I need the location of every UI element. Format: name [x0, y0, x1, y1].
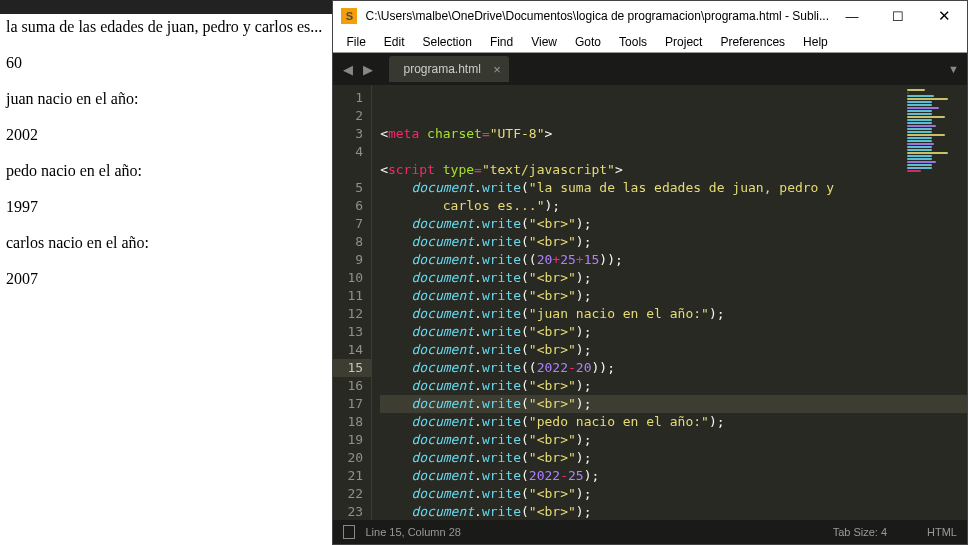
minimap-line [907, 101, 932, 103]
nav-forward-icon[interactable]: ▶ [359, 60, 377, 78]
minimap[interactable] [903, 89, 949, 209]
line-number: 5 [347, 179, 363, 197]
tabbar: ◀ ▶ programa.html × ▼ [333, 53, 967, 85]
tab-dropdown-icon[interactable]: ▼ [948, 63, 959, 75]
line-number: 7 [347, 215, 363, 233]
menu-item[interactable]: View [522, 33, 566, 51]
code-line[interactable]: document.write((2022-20)); [380, 359, 967, 377]
line-number: 21 [347, 467, 363, 485]
menu-item[interactable]: Project [656, 33, 711, 51]
minimap-line [907, 113, 932, 115]
code-line[interactable]: document.write("<br>"); [380, 449, 967, 467]
line-number: 23 [347, 503, 363, 520]
code-line[interactable]: document.write("<br>"); [380, 215, 967, 233]
menu-item[interactable]: Tools [610, 33, 656, 51]
tab-file[interactable]: programa.html × [389, 56, 508, 82]
menu-item[interactable]: Help [794, 33, 837, 51]
code-line[interactable]: document.write(2022-25); [380, 467, 967, 485]
code-line[interactable]: carlos es..."); [380, 197, 967, 215]
browser-line: juan nacio en el año: [6, 90, 326, 108]
minimap-line [907, 128, 932, 130]
minimap-line [907, 149, 932, 151]
minimap-line [907, 92, 909, 94]
code-line[interactable]: document.write("pedo nacio en el año:"); [380, 413, 967, 431]
minimap-line [907, 125, 936, 127]
code-line[interactable]: document.write((20+25+15)); [380, 251, 967, 269]
line-number: 20 [347, 449, 363, 467]
minimap-line [907, 134, 945, 136]
line-number: 2 [347, 107, 363, 125]
document-icon [343, 525, 355, 539]
menu-item[interactable]: Goto [566, 33, 610, 51]
browser-line: pedo nacio en el año: [6, 162, 326, 180]
code-line[interactable]: document.write("<br>"); [380, 485, 967, 503]
tab-close-icon[interactable]: × [493, 62, 501, 77]
code-line[interactable]: <meta charset="UTF-8"> [380, 125, 967, 143]
code-line[interactable]: document.write("<br>"); [380, 377, 967, 395]
code-line[interactable]: document.write("<br>"); [380, 233, 967, 251]
code-line[interactable]: document.write("<br>"); [380, 287, 967, 305]
line-number: 11 [347, 287, 363, 305]
minimap-line [907, 110, 932, 112]
minimap-line [907, 137, 932, 139]
browser-line [6, 108, 326, 126]
minimap-line [907, 155, 932, 157]
nav-back-icon[interactable]: ◀ [339, 60, 357, 78]
line-number: 8 [347, 233, 363, 251]
code-line[interactable]: document.write("<br>"); [380, 431, 967, 449]
code-line[interactable]: document.write("<br>"); [380, 503, 967, 520]
browser-line [6, 180, 326, 198]
minimize-button[interactable]: — [829, 1, 875, 31]
minimap-line [907, 131, 932, 133]
menu-item[interactable]: Find [481, 33, 522, 51]
maximize-button[interactable]: ☐ [875, 1, 921, 31]
line-number: 6 [347, 197, 363, 215]
line-number: 10 [347, 269, 363, 287]
line-number: 4 [347, 143, 363, 161]
minimap-line [907, 95, 934, 97]
line-number: 9 [347, 251, 363, 269]
browser-line: 2002 [6, 126, 326, 144]
tab-label: programa.html [403, 62, 480, 76]
editor-area[interactable]: 1234567891011121314151617181920212223 <m… [333, 85, 967, 520]
minimap-line [907, 122, 932, 124]
line-number: 22 [347, 485, 363, 503]
code-line[interactable]: document.write("<br>"); [380, 341, 967, 359]
minimap-line [907, 104, 932, 106]
statusbar: Line 15, Column 28 Tab Size: 4 HTML [333, 520, 967, 544]
code-line[interactable]: document.write("<br>"); [380, 269, 967, 287]
status-syntax[interactable]: HTML [927, 526, 957, 538]
code-line[interactable] [380, 143, 967, 161]
code-content[interactable]: <meta charset="UTF-8"><script type="text… [372, 85, 967, 520]
line-number [347, 161, 363, 179]
code-line[interactable]: document.write("<br>"); [380, 323, 967, 341]
browser-line: 1997 [6, 198, 326, 216]
menu-item[interactable]: Selection [414, 33, 481, 51]
browser-line: 60 [6, 54, 326, 72]
minimap-line [907, 107, 939, 109]
window-title: C:\Users\malbe\OneDrive\Documentos\logic… [365, 9, 829, 23]
minimap-line [907, 158, 932, 160]
menu-item[interactable]: Preferences [711, 33, 794, 51]
gutter: 1234567891011121314151617181920212223 [333, 85, 372, 520]
line-number: 3 [347, 125, 363, 143]
minimap-line [907, 119, 932, 121]
menu-item[interactable]: File [337, 33, 374, 51]
browser-line: carlos nacio en el año: [6, 234, 326, 252]
browser-line [6, 252, 326, 270]
minimap-line [907, 170, 921, 172]
minimap-line [907, 89, 925, 91]
minimap-line [907, 161, 936, 163]
browser-output: la suma de las edades de juan, pedro y c… [0, 0, 332, 545]
minimap-line [907, 140, 932, 142]
code-line[interactable]: <script type="text/javascript"> [380, 161, 967, 179]
status-tabsize[interactable]: Tab Size: 4 [833, 526, 887, 538]
code-line[interactable]: document.write("la suma de las edades de… [380, 179, 967, 197]
code-line[interactable]: document.write("<br>"); [380, 395, 967, 413]
close-button[interactable]: ✕ [921, 1, 967, 31]
minimap-line [907, 116, 945, 118]
browser-line [6, 144, 326, 162]
menu-item[interactable]: Edit [375, 33, 414, 51]
line-number: 18 [347, 413, 363, 431]
code-line[interactable]: document.write("juan nacio en el año:"); [380, 305, 967, 323]
